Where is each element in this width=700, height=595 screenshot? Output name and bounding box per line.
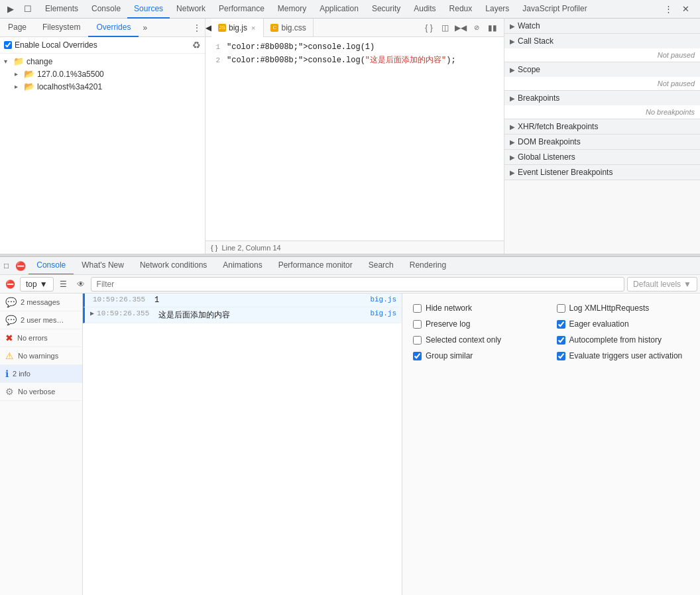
deactivate-breakpoints-icon[interactable]: ⊘ — [469, 21, 484, 35]
debug-section-header-call-stack[interactable]: ▶Call Stack — [504, 34, 700, 48]
enable-overrides-row: Enable Local Overrides — [4, 40, 97, 50]
folder-icon: 📂 — [24, 81, 34, 91]
sidebar-item-info[interactable]: ℹ2 info — [0, 365, 82, 383]
debug-section-label: Event Listener Breakpoints — [518, 168, 612, 177]
sidebar-item-error[interactable]: ✖No errors — [0, 329, 82, 347]
top-tab-network[interactable]: Network — [170, 0, 212, 19]
device-icon[interactable]: ☐ — [20, 1, 36, 17]
filter-input[interactable] — [91, 277, 624, 292]
debug-section-arrow-icon: ▶ — [510, 38, 515, 45]
tree-item-name: localhost%3a4201 — [37, 82, 102, 91]
pause-on-exceptions-icon[interactable]: ▮▮ — [485, 21, 500, 35]
context-selector[interactable]: top ▼ — [20, 277, 54, 292]
sub-tab-overrides[interactable]: Overrides — [88, 19, 139, 37]
sidebar-item-user[interactable]: 💬2 user mes… — [0, 311, 82, 329]
message-source[interactable]: big.js — [370, 309, 396, 317]
show-console-sidebar-icon[interactable]: ☰ — [56, 277, 71, 292]
editor-tabs: ◀ JSbig.js×Cbig.css { } ◫ ▶◀ ⊘ ▮▮ — [205, 19, 504, 37]
tree-item[interactable]: ▾📁change — [0, 55, 205, 68]
sub-tab-menu-icon[interactable]: ⋮ — [189, 21, 205, 35]
debug-section-watch: ▶Watch — [504, 19, 700, 34]
sources-nav-icon[interactable]: ▶◀ — [453, 21, 468, 35]
editor-tab-big.css[interactable]: Cbig.css — [264, 19, 313, 37]
console-panel-icon[interactable]: □ — [0, 261, 13, 270]
message-source[interactable]: big.js — [370, 296, 396, 303]
clear-overrides-icon[interactable]: ♻ — [192, 40, 201, 50]
settings-checkbox-eager-evaluation[interactable] — [557, 320, 565, 329]
console-tab-animations[interactable]: Animations — [215, 256, 270, 275]
inspect-icon[interactable]: ▶ — [3, 1, 19, 17]
levels-selector[interactable]: Default levels ▼ — [627, 277, 697, 292]
pretty-print-icon[interactable]: ◫ — [438, 21, 452, 35]
error-icon: ✖ — [5, 333, 13, 343]
sub-tab-page[interactable]: Page — [0, 19, 34, 37]
console-tab-network-conditions[interactable]: Network conditions — [132, 256, 215, 275]
top-tab-audits[interactable]: Audits — [407, 0, 442, 19]
top-tab-sources[interactable]: Sources — [127, 0, 170, 19]
close-devtools-icon[interactable]: ✕ — [677, 1, 693, 17]
debug-section-header-xhr-breakpoints[interactable]: ▶XHR/fetch Breakpoints — [504, 119, 700, 134]
top-tab-redux[interactable]: Redux — [443, 0, 479, 19]
console-tab-what's-new[interactable]: What's New — [74, 256, 132, 275]
debug-section-header-breakpoints[interactable]: ▶Breakpoints — [504, 91, 700, 105]
console-message: ▶10:59:26.355这是后面添加的内容big.js — [83, 307, 402, 323]
console-tab-performance-monitor[interactable]: Performance monitor — [270, 256, 361, 275]
folder-icon: 📂 — [24, 69, 34, 79]
debug-section-label: Scope — [518, 65, 540, 74]
top-tab-security[interactable]: Security — [365, 0, 407, 19]
debug-section-label: Watch — [518, 21, 540, 30]
top-tab-memory[interactable]: Memory — [271, 0, 313, 19]
settings-checkbox-hide-network[interactable] — [413, 304, 422, 313]
debug-section-header-dom-breakpoints[interactable]: ▶DOM Breakpoints — [504, 135, 700, 149]
clear-console-icon[interactable]: ⛔ — [13, 261, 29, 271]
settings-checkbox-evaluate-triggers[interactable] — [557, 352, 565, 360]
settings-checkbox-preserve-log[interactable] — [413, 320, 422, 329]
code-area[interactable]: 1"color:#8b008b;">console.log(1)2"color:… — [205, 37, 504, 241]
console-tab-search[interactable]: Search — [361, 256, 402, 275]
console-toolbar: ⛔ top ▼ ☰ 👁 Default levels ▼ — [0, 275, 700, 294]
info-icon: ℹ — [5, 368, 9, 379]
console-tab-console[interactable]: Console — [29, 256, 74, 275]
verbose-icon: ⚙ — [5, 386, 14, 397]
debug-section-header-watch[interactable]: ▶Watch — [504, 19, 700, 33]
status-position: Line 2, Column 14 — [221, 244, 280, 252]
top-tab-layers[interactable]: Layers — [479, 0, 516, 19]
console-tab-rendering[interactable]: Rendering — [402, 256, 454, 275]
editor-tab-big.js[interactable]: JSbig.js× — [211, 19, 264, 37]
enable-overrides-checkbox[interactable] — [4, 41, 12, 49]
top-tab-application[interactable]: Application — [313, 0, 365, 19]
debug-section-arrow-icon: ▶ — [510, 169, 515, 176]
top-tab-console[interactable]: Console — [85, 0, 127, 19]
js-file-icon: C — [270, 24, 278, 32]
console-message: 10:59:26.3551big.js — [83, 294, 402, 307]
sidebar-item-warning[interactable]: ⚠No warnings — [0, 347, 82, 365]
message-expand-icon[interactable]: ▶ — [90, 309, 94, 317]
settings-checkbox-selected-context[interactable] — [413, 336, 422, 345]
sidebar-item-verbose[interactable]: ⚙No verbose — [0, 383, 82, 401]
toggle-messages-icon[interactable]: 👁 — [74, 277, 88, 292]
debug-section-header-event-listener-breakpoints[interactable]: ▶Event Listener Breakpoints — [504, 165, 700, 180]
customize-icon[interactable]: ⋮ — [660, 1, 676, 17]
debug-section-xhr-breakpoints: ▶XHR/fetch Breakpoints — [504, 119, 700, 135]
sidebar-item-all[interactable]: 💬2 messages — [0, 294, 82, 311]
console-clear-icon[interactable]: ⛔ — [3, 277, 17, 292]
settings-checkbox-autocomplete-history[interactable] — [557, 336, 565, 345]
debug-section-header-scope[interactable]: ▶Scope — [504, 62, 700, 77]
settings-label-autocomplete-history: Autocomplete from history — [569, 335, 662, 345]
debug-section-content: Not paused — [504, 48, 700, 62]
debug-section-header-global-listeners[interactable]: ▶Global Listeners — [504, 150, 700, 164]
settings-checkbox-log-xml[interactable] — [557, 304, 565, 313]
editor-nav-prev[interactable]: ◀ — [205, 23, 211, 32]
more-tabs-icon[interactable]: » — [139, 21, 151, 35]
debug-section-arrow-icon: ▶ — [510, 138, 515, 146]
top-tab-performance[interactable]: Performance — [212, 0, 271, 19]
settings-checkbox-group-similar[interactable] — [413, 352, 422, 360]
editor-tab-close-icon[interactable]: × — [250, 24, 257, 32]
sub-tab-filesystem[interactable]: Filesystem — [34, 19, 88, 37]
top-tab-elements[interactable]: Elements — [38, 0, 85, 19]
tree-item[interactable]: ▸📂localhost%3a4201 — [0, 80, 205, 93]
format-icon[interactable]: { } — [422, 21, 436, 35]
top-tab-javascript-profiler[interactable]: JavaScript Profiler — [516, 0, 593, 19]
debug-section-arrow-icon: ▶ — [510, 23, 515, 30]
tree-item[interactable]: ▸📂127.0.0.1%3a5500 — [0, 68, 205, 80]
